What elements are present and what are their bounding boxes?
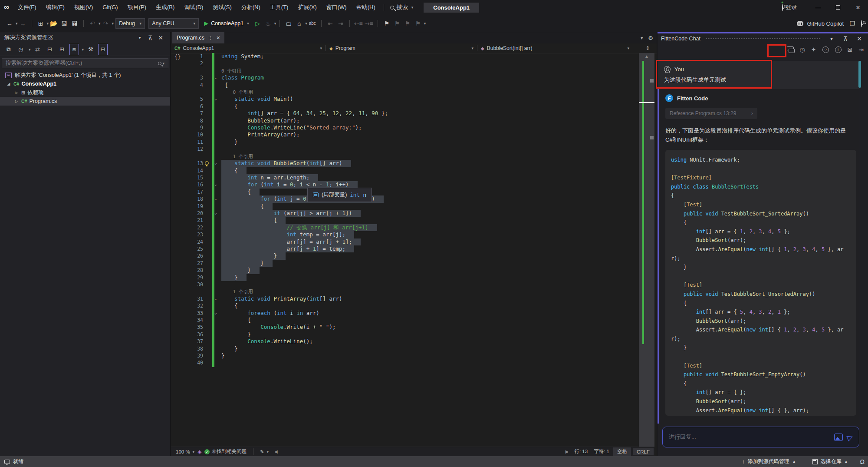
fold-chevron-icon[interactable]: ⌄ (214, 209, 220, 216)
codelens-references[interactable]: 1 个引用 (221, 288, 253, 295)
code-line[interactable]: 18⌄ for (int j = 0; j < n - i - 1; j++) (171, 195, 639, 202)
code-line[interactable]: 10 PrintArray(arr); (171, 131, 639, 138)
lightbulb-icon[interactable] (205, 161, 209, 165)
feedback-icon[interactable] (4, 460, 10, 464)
code-line[interactable]: 24 arr[j] = arr[j + 1]; (171, 238, 639, 245)
pin-button[interactable]: ⊼ (841, 33, 850, 44)
code-line[interactable]: 20⌄ if (arr[j] > arr[j + 1]) (171, 210, 639, 217)
info-icon[interactable]: i (835, 46, 842, 53)
close-panel-button[interactable]: ✕ (156, 32, 165, 43)
code-line[interactable]: 11 } (171, 139, 639, 146)
code-line[interactable]: 16⌄ for (int i = 0; i < n - 1; i++) (171, 181, 639, 188)
open-file-button[interactable]: 📂 (49, 18, 59, 29)
track-active-item-button[interactable]: ⊟ (98, 44, 108, 55)
menu-item-2[interactable]: 视图(V) (69, 0, 98, 15)
fold-chevron-icon[interactable]: ⌄ (214, 159, 220, 166)
codelens-row[interactable]: 0 个引用 (171, 89, 639, 96)
next-bookmark-button[interactable]: ⚑ (403, 18, 412, 29)
menu-item-7[interactable]: 测试(S) (208, 0, 236, 15)
reference-chip[interactable]: Reference Program.cs 13:29 › (665, 108, 757, 119)
solution-explorer-search-input[interactable]: 搜索解决方案资源管理器(Ctrl+;) ▾ (2, 58, 168, 68)
code-line[interactable]: 31⌄ static void PrintArray(int[] arr) (171, 295, 639, 302)
code-line[interactable]: 12 (171, 146, 639, 152)
clear-conversation-icon[interactable]: ⊠ (848, 46, 853, 53)
code-cleanup-button[interactable]: ✎▾ (257, 449, 272, 455)
solution-configurations-dropdown[interactable]: Debug▾ (115, 18, 145, 29)
hot-reload-button[interactable]: ♨ (263, 18, 273, 29)
fold-chevron-icon[interactable]: ⌄ (214, 95, 220, 102)
window-position-button[interactable]: ▾ (827, 33, 836, 44)
send-icon[interactable]: ▷ (845, 432, 854, 442)
solution-explorer-home-button[interactable]: ⌂ (294, 18, 304, 29)
increase-indent-button[interactable]: ⇢≡ (364, 18, 374, 29)
properties-button[interactable]: ⊞ (57, 44, 67, 55)
toggle-bookmark-button[interactable]: ⚑ (382, 18, 391, 29)
sync-with-active-document-button[interactable]: ⇄ (33, 44, 43, 55)
spell-check-button[interactable]: abc (308, 18, 317, 29)
tree-item-dependencies[interactable]: ▷ ⊞ 依赖项 (0, 88, 170, 97)
code-line[interactable]: 35 Console.Write(i + " "); (171, 324, 639, 331)
pending-changes-filter-button[interactable]: ◷ (16, 44, 26, 55)
notifications-bell-icon[interactable]: Ω (860, 458, 865, 465)
scroll-left-arrow[interactable]: ◀ (272, 449, 280, 454)
menu-item-0[interactable]: 文件(F) (13, 0, 41, 15)
code-line[interactable]: 6 { (171, 103, 639, 110)
code-line[interactable]: 27 } (171, 260, 639, 267)
line-indicator[interactable]: 行: 13 (571, 448, 591, 455)
code-line[interactable]: 8 BubbleSort(arr); (171, 117, 639, 124)
code-line[interactable]: 23 int temp = arr[j]; (171, 231, 639, 238)
navigate-forward-button[interactable]: → (18, 18, 28, 29)
start-without-debugging-button[interactable]: ▷ (253, 18, 263, 29)
code-line[interactable]: 19 { (171, 203, 639, 210)
github-copilot-label[interactable]: GitHub Copilot (807, 20, 844, 27)
menu-item-10[interactable]: 扩展(X) (293, 0, 321, 15)
copilot-open-icon[interactable]: ❐ (848, 18, 857, 29)
code-line[interactable]: 34 { (171, 317, 639, 324)
new-project-button[interactable]: ⊞ (36, 18, 46, 29)
fold-chevron-icon[interactable]: ⌄ (214, 195, 220, 202)
code-line[interactable]: 38 } (171, 345, 639, 352)
twisty-closed-icon[interactable]: ▷ (14, 91, 19, 95)
tab-list-dropdown-icon[interactable]: ▾ (641, 36, 643, 40)
navigate-back-button[interactable]: ← (5, 18, 14, 29)
pin-button[interactable]: ⊼ (145, 32, 155, 43)
split-editor-button[interactable]: ⇕ (645, 45, 650, 51)
fold-chevron-icon[interactable]: ⌄ (214, 74, 220, 81)
menu-item-5[interactable]: 生成(B) (151, 0, 179, 15)
show-all-files-button[interactable]: ⚒ (86, 44, 95, 55)
menu-item-11[interactable]: 窗口(W) (322, 0, 352, 15)
find-in-files-button[interactable]: 🗀 (284, 18, 293, 29)
spaces-indicator[interactable]: 空格 (613, 447, 631, 456)
code-line[interactable]: 26 } (171, 252, 639, 259)
code-line[interactable]: 25 arr[j + 1] = temp; (171, 245, 639, 252)
start-debugging-button[interactable]: ▶ ConsoleApp1 ▾ (201, 20, 253, 26)
editor-options-gear-icon[interactable]: ⚙ (648, 35, 653, 41)
solution-platforms-dropdown[interactable]: Any CPU▾ (148, 18, 199, 29)
twisty-closed-icon[interactable]: ▷ (14, 99, 19, 103)
help-icon[interactable]: ? (822, 46, 829, 53)
code-line[interactable]: 28 } (171, 267, 639, 274)
clear-bookmarks-button[interactable]: ⚑ (413, 18, 423, 29)
history-icon[interactable]: ◷ (800, 46, 805, 53)
code-line[interactable]: 36 } (171, 331, 639, 338)
exit-icon[interactable]: ⇥ (858, 46, 864, 53)
window-position-button[interactable]: ▾ (135, 32, 145, 43)
attach-image-icon[interactable] (834, 434, 843, 441)
menu-item-6[interactable]: 调试(D) (179, 0, 208, 15)
code-line[interactable]: 14 { (171, 167, 639, 174)
redo-button[interactable]: ↷ (101, 18, 111, 29)
chat-reply-input[interactable]: 进行回复... ▷ (662, 427, 859, 447)
undo-button[interactable]: ↶ (88, 18, 97, 29)
switch-views-button[interactable]: ⧉ (4, 44, 13, 55)
scroll-right-arrow[interactable]: ▶ (563, 449, 572, 454)
horizontal-scrollbar[interactable] (280, 449, 563, 454)
document-health-indicator[interactable]: ✓ 未找到相关问题 (201, 448, 250, 455)
magic-wand-icon[interactable]: ✦ (811, 46, 816, 53)
scroll-up-arrow[interactable]: ▲ (639, 54, 654, 59)
save-button[interactable]: 🖫 (59, 18, 69, 29)
code-line[interactable]: 2 (171, 60, 639, 67)
fold-chevron-icon[interactable]: ⌄ (214, 181, 220, 188)
code-line[interactable]: 13⌄ static void BubbleSort(int[] arr) (171, 160, 639, 167)
select-repository-button[interactable]: 选择仓库 ▲ (808, 458, 852, 465)
sign-in-button[interactable]: + 登录 (782, 3, 797, 11)
